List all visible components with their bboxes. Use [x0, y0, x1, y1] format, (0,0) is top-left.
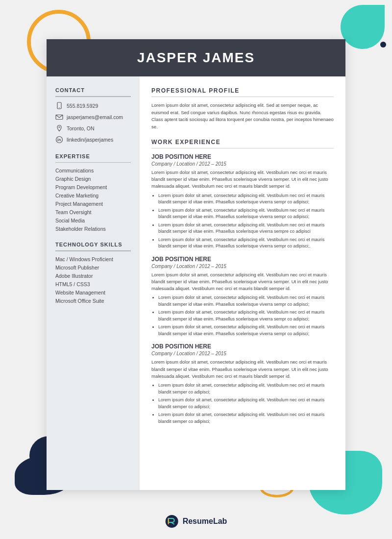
job-company: Company / Location / 2012 – 2015 — [151, 161, 334, 167]
profile-text: Lorem ipsum dolor sit amet, consectetur … — [151, 102, 334, 131]
job-entry: JOB POSITION HERECompany / Location / 20… — [151, 343, 334, 425]
contact-title: CONTACT — [55, 87, 131, 93]
job-bullet: Lorem ipsum dolor sit amet, consectetur … — [158, 207, 334, 220]
job-entry: JOB POSITION HERECompany / Location / 20… — [151, 256, 334, 338]
job-bullet: Lorem ipsum dolor sit amet, consectetur … — [158, 412, 334, 425]
job-desc: Lorem ipsum dolor sit amet, consectetur … — [151, 359, 334, 380]
job-bullet: Lorem ipsum dolor sit amet, consectetur … — [158, 294, 334, 308]
linkedin-text: linkedin/jasperjames — [67, 137, 113, 143]
email-text: jasperjames@email.com — [67, 114, 123, 120]
job-bullet: Lorem ipsum dolor sit amet, consectetur … — [158, 397, 334, 410]
job-bullet: Lorem ipsum dolor sit amet, consectetur … — [158, 193, 334, 206]
contact-linkedin: linkedin/jasperjames — [55, 136, 131, 144]
resume-header: JASPER JAMES — [47, 39, 345, 76]
job-title: JOB POSITION HERE — [151, 153, 334, 160]
profile-title: PROFESSIONAL PROFILE — [151, 87, 334, 94]
svg-point-6 — [57, 138, 58, 138]
expertise-item: Social Media — [55, 218, 131, 223]
expertise-title: EXPERTISE — [55, 153, 131, 159]
expertise-item: Creative Marketing — [55, 193, 131, 198]
email-icon — [55, 113, 63, 121]
expertise-list: CommunicationsGraphic DesignProgram Deve… — [55, 168, 131, 232]
tech-item: Adobe Illustrator — [55, 273, 131, 279]
job-bullets: Lorem ipsum dolor sit amet, consectetur … — [151, 193, 334, 250]
resume-body: CONTACT 555.819.5929 jasperjames@email.c… — [47, 76, 345, 490]
job-company: Company / Location / 2012 – 2015 — [151, 264, 334, 269]
svg-point-8 — [166, 515, 178, 528]
tech-item: Microsoft Office Suite — [55, 298, 131, 304]
branding: ResumeLab — [165, 514, 227, 528]
tech-item: HTML5 / CSS3 — [55, 281, 131, 287]
svg-point-3 — [59, 126, 60, 127]
decorative-dot — [380, 42, 386, 48]
expertise-item: Stakeholder Relations — [55, 226, 131, 232]
job-entry: JOB POSITION HERECompany / Location / 20… — [151, 153, 334, 250]
job-bullet: Lorem ipsum dolor sit amet, consectetur … — [158, 222, 334, 235]
jobs-container: JOB POSITION HERECompany / Location / 20… — [151, 153, 334, 425]
brand-name-bold: Lab — [213, 517, 227, 525]
location-icon — [55, 124, 63, 132]
job-company: Company / Location / 2012 – 2015 — [151, 351, 334, 356]
tech-list: Mac / Windows ProficientMicrosoft Publis… — [55, 256, 131, 304]
job-title: JOB POSITION HERE — [151, 256, 334, 263]
tech-item: Website Management — [55, 290, 131, 295]
main-content: PROFESSIONAL PROFILE Lorem ipsum dolor s… — [140, 76, 345, 490]
contact-phone: 555.819.5929 — [55, 102, 131, 110]
contact-divider — [55, 96, 131, 97]
contact-section: CONTACT 555.819.5929 jasperjames@email.c… — [55, 87, 131, 144]
phone-icon — [55, 102, 63, 110]
expertise-section: EXPERTISE CommunicationsGraphic DesignPr… — [55, 153, 131, 232]
decorative-teal-top — [341, 5, 385, 49]
job-bullets: Lorem ipsum dolor sit amet, consectetur … — [151, 294, 334, 337]
expertise-item: Communications — [55, 168, 131, 173]
job-bullet: Lorem ipsum dolor sit amet, consectetur … — [158, 324, 334, 337]
job-desc: Lorem ipsum dolor sit amet, consectetur … — [151, 169, 334, 190]
phone-text: 555.819.5929 — [67, 103, 98, 109]
contact-location: Toronto, ON — [55, 124, 131, 132]
brand-name-plain: Resume — [183, 517, 213, 525]
job-bullet: Lorem ipsum dolor sit amet, consectetur … — [158, 237, 334, 250]
work-divider — [151, 148, 334, 148]
tech-item: Microsoft Publisher — [55, 265, 131, 270]
tech-title: TECHNOLOGY SKILLS — [55, 242, 131, 247]
expertise-item: Team Oversight — [55, 209, 131, 215]
candidate-name: JASPER JAMES — [61, 50, 331, 66]
expertise-item: Program Development — [55, 184, 131, 190]
expertise-divider — [55, 162, 131, 163]
svg-point-1 — [59, 107, 60, 108]
job-title: JOB POSITION HERE — [151, 343, 334, 350]
expertise-item: Graphic Design — [55, 176, 131, 182]
resume-document: JASPER JAMES CONTACT 555.819.5929 — [47, 39, 345, 490]
job-bullet: Lorem ipsum dolor sit amet, consectetur … — [158, 382, 334, 395]
job-desc: Lorem ipsum dolor sit amet, consectetur … — [151, 271, 334, 293]
job-bullet: Lorem ipsum dolor sit amet, consectetur … — [158, 309, 334, 322]
contact-email: jasperjames@email.com — [55, 113, 131, 121]
expertise-item: Project Management — [55, 201, 131, 207]
linkedin-icon — [55, 136, 63, 144]
resume-sidebar: CONTACT 555.819.5929 jasperjames@email.c… — [47, 76, 140, 490]
profile-divider — [151, 97, 334, 97]
job-bullets: Lorem ipsum dolor sit amet, consectetur … — [151, 382, 334, 425]
location-text: Toronto, ON — [67, 125, 95, 131]
tech-divider — [55, 250, 131, 251]
tech-section: TECHNOLOGY SKILLS Mac / Windows Proficie… — [55, 242, 131, 304]
tech-item: Mac / Windows Proficient — [55, 256, 131, 262]
branding-text: ResumeLab — [183, 517, 227, 526]
work-title: WORK EXPERIENCE — [151, 139, 334, 146]
resumelab-logo-icon — [165, 514, 179, 528]
